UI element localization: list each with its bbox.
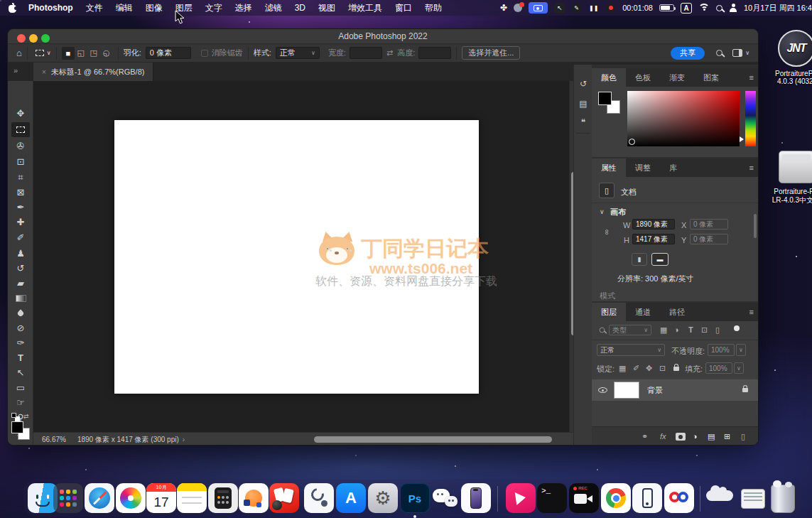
select-and-mask-button[interactable]: 选择并遮住... (462, 46, 520, 60)
tab-channels[interactable]: 通道 (626, 303, 660, 321)
dock-card-game[interactable] (269, 483, 299, 513)
tab-close-icon[interactable]: × (42, 68, 46, 76)
menubar-clock[interactable]: 10月17日 周四 16:4 (744, 3, 812, 14)
canvas-pasteboard[interactable] (33, 81, 569, 432)
tab-swatches[interactable]: 色板 (626, 68, 660, 87)
new-group-icon[interactable]: ▤ (708, 432, 715, 441)
dock-safari[interactable] (85, 483, 114, 513)
search-icon[interactable] (716, 50, 722, 56)
dock-photos[interactable] (116, 483, 146, 513)
dock-calculator[interactable] (208, 483, 238, 513)
comments-panel-icon[interactable]: ❝ (577, 116, 590, 129)
delete-layer-icon[interactable]: ▯ (741, 432, 745, 441)
home-icon[interactable]: ⌂ (16, 48, 22, 58)
crop-tool[interactable]: ⌗ (11, 170, 30, 185)
move-tool[interactable]: ✥ (11, 106, 30, 121)
filter-smart-object-icon[interactable]: ▯ (715, 325, 720, 335)
layer-thumbnail[interactable] (614, 382, 639, 399)
current-tool-icon[interactable]: ∨ (36, 50, 51, 56)
history-panel-icon[interactable]: ↺ (577, 77, 590, 90)
saturation-brightness-field[interactable] (627, 91, 740, 146)
wifi-icon[interactable] (698, 4, 710, 12)
menu-window[interactable]: 窗口 (389, 2, 418, 14)
feather-input[interactable]: 0 像素 (146, 47, 191, 59)
cursor-tool-icon[interactable]: ↖ (554, 3, 565, 14)
lock-position-icon[interactable]: ✥ (646, 364, 652, 373)
menu-app-name[interactable]: Photoshop (22, 3, 80, 13)
fill-field[interactable]: 100% (705, 362, 732, 374)
zoom-level-field[interactable]: 66.67% (42, 436, 66, 443)
share-button[interactable]: 共享 (671, 47, 705, 60)
marquee-tool[interactable] (11, 122, 30, 137)
menu-filter[interactable]: 滤镜 (259, 2, 288, 14)
libraries-panel-icon[interactable]: ▤ (577, 97, 590, 110)
brush-tool[interactable]: ✐ (11, 230, 30, 245)
tab-gradients[interactable]: 渐变 (660, 68, 694, 87)
object-selection-tool[interactable]: ⊡ (11, 154, 30, 169)
properties-scrollbar-thumb[interactable] (754, 214, 757, 238)
layer-style-fx-icon[interactable]: fx (660, 432, 666, 441)
document-canvas[interactable] (114, 120, 479, 394)
hue-slider-pointer[interactable] (740, 136, 744, 142)
type-tool[interactable]: T (11, 350, 30, 365)
width-input[interactable] (350, 47, 382, 59)
lock-transparency-icon[interactable]: ▦ (619, 364, 626, 373)
filter-adjustment-icon[interactable]: ◑ (674, 325, 679, 334)
menu-image[interactable]: 图像 (139, 2, 169, 14)
canvas-x-field[interactable]: 0 像素 (690, 219, 728, 230)
dodge-tool[interactable]: ⊘ (11, 320, 30, 335)
filter-type-icon[interactable]: T (688, 325, 693, 334)
dock-app-store[interactable]: A (336, 483, 366, 513)
dock-trash[interactable] (771, 485, 795, 513)
frame-tool[interactable]: ⊠ (11, 185, 30, 200)
color-fg-swatch[interactable] (598, 92, 612, 105)
canvas-section-chevron[interactable]: ∨ (600, 208, 605, 215)
pen-tool[interactable]: ✑ (11, 335, 30, 350)
desktop-icon-portraiture-ps[interactable]: JNT PortraiturePS 4.0.3 (4032) (761, 30, 812, 85)
opacity-field[interactable]: 100% (708, 344, 735, 356)
dock-iphone-app[interactable] (461, 483, 491, 513)
style-select[interactable]: 正常∨ (276, 47, 320, 59)
menu-edit[interactable]: 编辑 (109, 2, 139, 14)
dock-phone-tool[interactable] (632, 483, 662, 513)
menu-plugins[interactable]: 增效工具 (342, 2, 389, 14)
color-cursor-ring[interactable] (629, 139, 635, 145)
color-panel-swatches[interactable] (598, 92, 622, 116)
selection-subtract-icon[interactable]: ◳ (87, 47, 100, 60)
desktop-icon-portraiture-dmg[interactable]: Portraiture-PS LR-4.0.3中文版 (761, 151, 812, 205)
tab-layers[interactable]: 图层 (592, 303, 626, 321)
properties-panel-menu-icon[interactable]: ≡ (749, 163, 754, 172)
dock-chrome[interactable] (601, 483, 631, 513)
portraiture-app-icon[interactable]: JNT (778, 30, 812, 67)
collapse-panel-chevrons[interactable]: » (13, 66, 18, 75)
canvas-width-field[interactable]: 1890 像素 (632, 219, 675, 230)
dock-screen-recorder[interactable]: REC (569, 483, 599, 513)
layers-panel-menu-icon[interactable]: ≡ (749, 308, 754, 316)
status-chevron[interactable]: › (183, 436, 185, 443)
link-layers-icon[interactable]: ⚭ (642, 432, 648, 441)
window-titlebar[interactable]: Adobe Photoshop 2022 (8, 29, 758, 44)
dock-minimized-window-cloud[interactable] (706, 490, 733, 501)
selection-intersect-icon[interactable]: ◵ (100, 47, 113, 60)
antialias-checkbox[interactable] (201, 50, 208, 57)
menu-type[interactable]: 文字 (199, 2, 229, 14)
layer-row-background[interactable]: 背景 (592, 379, 759, 401)
user-switch-icon[interactable] (729, 4, 737, 12)
screen-sharing-indicator[interactable] (529, 2, 548, 14)
dock-calendar[interactable]: 10月 17 (146, 483, 176, 513)
selection-add-icon[interactable]: ◱ (75, 47, 87, 60)
pause-recording-icon[interactable]: ❚❚ (588, 3, 599, 14)
annotate-pencil-icon[interactable]: ✎ (571, 3, 582, 14)
tab-adjustments[interactable]: 调整 (626, 158, 660, 177)
input-source-switcher[interactable]: A (681, 3, 692, 14)
gradient-tool[interactable] (11, 291, 30, 306)
opacity-dropdown-chevron[interactable]: ∨ (736, 344, 746, 356)
filter-pin-toggle[interactable] (734, 325, 740, 331)
height-input[interactable] (418, 47, 451, 59)
hue-slider[interactable] (745, 91, 756, 146)
dock-i4tools[interactable] (304, 483, 334, 513)
apple-menu-icon[interactable] (9, 4, 16, 13)
dock-pink-video-app[interactable] (506, 483, 536, 513)
dock-terminal[interactable]: >_ (537, 483, 567, 513)
layer-filter-type-select[interactable]: 类型∨ (609, 325, 651, 335)
